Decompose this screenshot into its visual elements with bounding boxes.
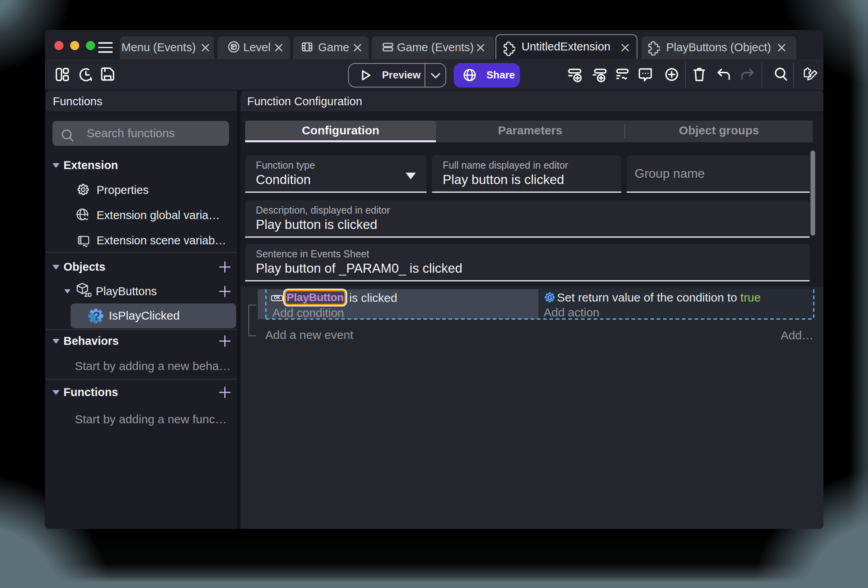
- svg-text:?: ?: [93, 309, 101, 323]
- svg-text:G: G: [548, 294, 552, 301]
- svg-text:2D: 2D: [84, 291, 91, 298]
